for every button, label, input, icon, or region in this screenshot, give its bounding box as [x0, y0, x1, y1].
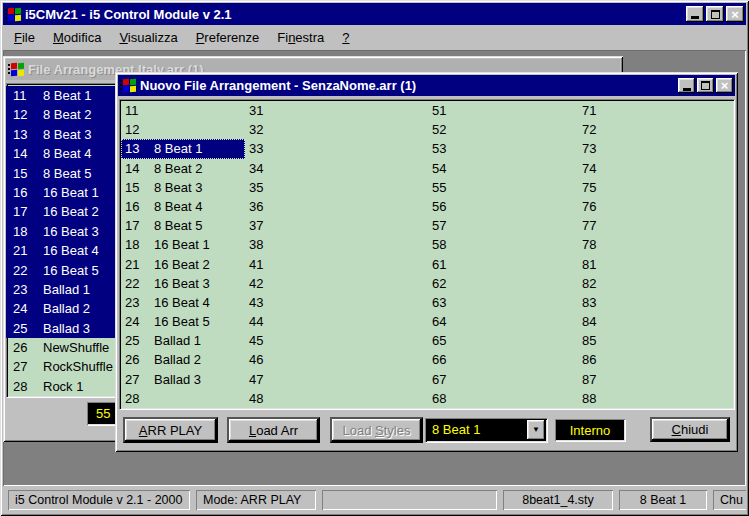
- source-display: Interno: [555, 419, 625, 441]
- document-icon: [8, 62, 24, 77]
- item-name: 16 Beat 1: [43, 183, 99, 202]
- item-number: 54: [432, 159, 446, 178]
- item-number: 55: [432, 178, 446, 197]
- item-name: Ballad 2: [43, 299, 90, 318]
- arrangement-row[interactable]: 28486888: [119, 389, 734, 408]
- menu-accelerator: F: [14, 30, 22, 45]
- item-number: 85: [582, 331, 596, 350]
- arrangement-row[interactable]: 158 Beat 3355575: [119, 178, 734, 197]
- maximize-button[interactable]: [697, 78, 714, 93]
- selected-item: 138 Beat 1: [121, 139, 245, 158]
- load-styles-button[interactable]: Load Styles: [330, 417, 423, 443]
- main-window: i5CMv21 - i5 Control Module v 2.1 × File…: [0, 0, 749, 516]
- menu-label: ile: [22, 30, 35, 45]
- arrangement-row[interactable]: 12325272: [119, 120, 734, 139]
- menu-item-preferenze[interactable]: Preferenze: [187, 27, 269, 48]
- item-number: 88: [582, 389, 596, 408]
- style-combo[interactable]: 8 Beat 1 ▼: [425, 418, 547, 442]
- arrangement-row[interactable]: 2416 Beat 5446484: [119, 312, 734, 331]
- item-name: 16 Beat 1: [154, 235, 210, 254]
- menu-item-visualizza[interactable]: Visualizza: [110, 27, 186, 48]
- close-button[interactable]: ×: [716, 78, 733, 93]
- arr-play-button[interactable]: ARR PLAY: [123, 417, 218, 443]
- active-window[interactable]: Nuovo File Arrangement - SenzaNome.arr (…: [115, 72, 738, 452]
- item-name: Ballad 3: [43, 319, 90, 338]
- item-number: 14: [13, 144, 27, 163]
- item-cell: 1816 Beat 1: [121, 235, 245, 254]
- item-number: 12: [13, 105, 27, 124]
- app-icon: [5, 7, 21, 22]
- item-cell: 28: [121, 389, 245, 408]
- active-window-title: Nuovo File Arrangement - SenzaNome.arr (…: [140, 78, 416, 93]
- menu-label: estra: [295, 30, 324, 45]
- arrangement-row[interactable]: 138 Beat 1335373: [119, 139, 734, 158]
- arrangement-row[interactable]: 2216 Beat 3426282: [119, 274, 734, 293]
- menu-item-help[interactable]: ?: [333, 27, 358, 48]
- maximize-button[interactable]: [706, 6, 724, 22]
- item-number: 62: [432, 274, 446, 293]
- minimize-button[interactable]: [678, 78, 695, 93]
- item-number: 24: [13, 299, 27, 318]
- load-arr-button[interactable]: Load Arr: [227, 417, 320, 443]
- item-cell: 2116 Beat 2: [121, 255, 245, 274]
- main-titlebar[interactable]: i5CMv21 - i5 Control Module v 2.1 ×: [3, 3, 746, 25]
- window-controls: ×: [686, 6, 744, 22]
- item-number: 17: [13, 202, 27, 221]
- item-number: 78: [582, 235, 596, 254]
- item-cell: 11: [121, 101, 245, 120]
- menu-item-finestra[interactable]: Finestra: [268, 27, 333, 48]
- item-number: 42: [249, 274, 263, 293]
- item-number: 47: [249, 370, 263, 389]
- item-number: 84: [582, 312, 596, 331]
- arrangement-row[interactable]: 2316 Beat 4436383: [119, 293, 734, 312]
- arrangement-row[interactable]: 26Ballad 2466686: [119, 350, 734, 369]
- close-button[interactable]: ×: [726, 6, 744, 22]
- item-number: 52: [432, 120, 446, 139]
- active-window-titlebar[interactable]: Nuovo File Arrangement - SenzaNome.arr (…: [118, 75, 735, 96]
- item-cell: 27Ballad 3: [121, 370, 245, 389]
- item-number: 32: [249, 120, 263, 139]
- item-name: 16 Beat 5: [43, 261, 99, 280]
- item-number: 61: [432, 255, 446, 274]
- arrangement-row[interactable]: 148 Beat 2345474: [119, 159, 734, 178]
- status-panel: [322, 490, 497, 510]
- item-cell: 12: [121, 120, 245, 139]
- arrangement-row[interactable]: 1816 Beat 1385878: [119, 235, 734, 254]
- close-icon: ×: [721, 79, 729, 92]
- item-number: 28: [125, 389, 139, 408]
- item-number: 68: [432, 389, 446, 408]
- item-name: 8 Beat 2: [154, 159, 202, 178]
- item-number: 11: [13, 86, 27, 105]
- combo-arrow-button[interactable]: ▼: [527, 420, 545, 440]
- arrangement-row[interactable]: 178 Beat 5375777: [119, 216, 734, 235]
- item-number: 87: [582, 370, 596, 389]
- item-number: 75: [582, 178, 596, 197]
- arrangement-row[interactable]: 11315171: [119, 101, 734, 120]
- item-number: 67: [432, 370, 446, 389]
- item-number: 44: [249, 312, 263, 331]
- item-number: 15: [13, 164, 27, 183]
- arrangement-row[interactable]: 25Ballad 1456585: [119, 331, 734, 350]
- item-cell: 158 Beat 3: [121, 178, 245, 197]
- item-number: 25: [13, 319, 27, 338]
- arrangement-row[interactable]: 27Ballad 3476787: [119, 370, 734, 389]
- item-number: 86: [582, 350, 596, 369]
- item-number: 27: [125, 370, 139, 389]
- item-number: 71: [582, 101, 596, 120]
- minimize-button[interactable]: [686, 6, 704, 22]
- maximize-icon: [711, 10, 720, 19]
- item-name: 8 Beat 1: [154, 139, 202, 158]
- item-number: 16: [13, 183, 27, 202]
- item-name: Ballad 1: [43, 280, 90, 299]
- item-number: 53: [432, 139, 446, 158]
- document-icon: [120, 78, 136, 93]
- active-arrangement-list[interactable]: 1131517112325272138 Beat 1335373148 Beat…: [119, 99, 734, 409]
- menu-item-modifica[interactable]: Modifica: [44, 27, 110, 48]
- item-name: NewShuffle: [43, 338, 109, 357]
- arrangement-row[interactable]: 2116 Beat 2416181: [119, 255, 734, 274]
- menu-item-file[interactable]: File: [5, 27, 44, 48]
- chiudi-button[interactable]: Chiudi: [650, 417, 730, 442]
- close-icon: ×: [731, 8, 739, 21]
- chevron-down-icon: ▼: [532, 426, 540, 434]
- arrangement-row[interactable]: 168 Beat 4365676: [119, 197, 734, 216]
